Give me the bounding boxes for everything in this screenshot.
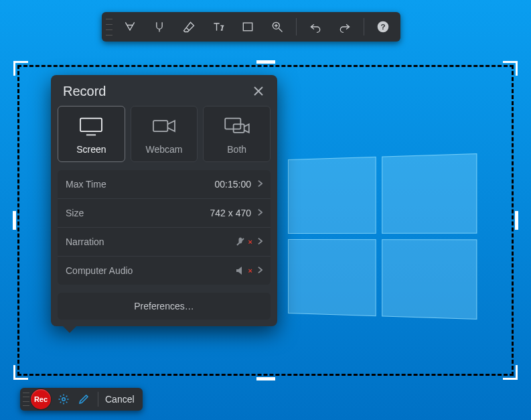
text-tool-icon[interactable] xyxy=(204,15,233,39)
svg-rect-8 xyxy=(233,124,244,132)
row-label: Max Time xyxy=(66,179,215,190)
svg-rect-4 xyxy=(80,119,102,132)
svg-rect-9 xyxy=(239,238,242,243)
chevron-right-icon xyxy=(258,207,262,219)
source-selector: Screen Webcam Both xyxy=(58,106,271,162)
disabled-indicator: × xyxy=(248,267,252,275)
undo-icon[interactable] xyxy=(301,15,330,39)
drag-grip[interactable] xyxy=(23,391,29,408)
chevron-right-icon xyxy=(258,178,262,190)
resize-handle-left[interactable] xyxy=(13,211,16,230)
disabled-indicator: × xyxy=(248,238,252,246)
speaker-icon xyxy=(235,265,246,276)
gear-icon[interactable] xyxy=(54,389,74,409)
resize-handle-tl[interactable] xyxy=(13,61,28,76)
pen-tool-icon[interactable] xyxy=(115,15,145,39)
separator xyxy=(296,18,297,36)
source-both-button[interactable]: Both xyxy=(203,106,271,162)
cancel-button[interactable]: Cancel xyxy=(102,391,141,407)
separator xyxy=(364,18,364,36)
row-value: 00:15:00 xyxy=(215,179,252,190)
help-icon[interactable]: ? xyxy=(368,15,398,39)
chevron-right-icon xyxy=(258,265,262,277)
record-button[interactable]: Rec xyxy=(31,389,51,409)
drag-grip[interactable] xyxy=(106,16,112,38)
record-control-bar: Rec Cancel xyxy=(20,388,143,411)
resize-handle-tr[interactable] xyxy=(503,61,518,76)
close-icon[interactable] xyxy=(250,83,267,99)
size-row[interactable]: Size 742 x 470 xyxy=(58,199,271,228)
separator xyxy=(98,392,98,407)
svg-text:?: ? xyxy=(380,22,385,31)
source-label: Both xyxy=(227,144,246,155)
settings-list: Max Time 00:15:00 Size 742 x 470 Narrati… xyxy=(58,170,271,285)
source-label: Webcam xyxy=(146,144,183,155)
source-label: Screen xyxy=(76,144,106,155)
source-webcam-button[interactable]: Webcam xyxy=(131,106,198,162)
microphone-icon xyxy=(235,236,246,247)
svg-rect-6 xyxy=(153,121,167,131)
computer-audio-row[interactable]: Computer Audio × xyxy=(58,257,271,285)
record-panel: Record Screen Webcam Both Max Time 00:15… xyxy=(51,75,277,326)
source-screen-button[interactable]: Screen xyxy=(58,106,125,162)
max-time-row[interactable]: Max Time 00:15:00 xyxy=(58,170,271,199)
resize-handle-right[interactable] xyxy=(515,211,518,230)
chevron-right-icon xyxy=(258,236,262,248)
highlighter-icon[interactable] xyxy=(145,15,174,39)
annotation-toolbar: ? xyxy=(102,12,400,42)
resize-handle-top[interactable] xyxy=(256,60,275,64)
row-label: Computer Audio xyxy=(66,265,235,276)
svg-point-10 xyxy=(62,398,66,401)
row-label: Narration xyxy=(66,236,235,247)
resize-handle-bottom[interactable] xyxy=(256,377,275,380)
narration-row[interactable]: Narration × xyxy=(58,228,271,257)
pencil-icon[interactable] xyxy=(74,389,94,409)
svg-rect-0 xyxy=(243,23,252,31)
redo-icon[interactable] xyxy=(330,15,360,39)
resize-handle-bl[interactable] xyxy=(13,365,28,380)
zoom-icon[interactable] xyxy=(262,15,292,39)
resize-handle-br[interactable] xyxy=(503,365,518,380)
cancel-label: Cancel xyxy=(105,394,135,405)
row-value: 742 x 470 xyxy=(210,208,252,218)
eraser-icon[interactable] xyxy=(174,15,204,39)
rectangle-tool-icon[interactable] xyxy=(233,15,262,39)
preferences-button[interactable]: Preferences… xyxy=(58,293,271,320)
row-label: Size xyxy=(66,208,210,218)
panel-title: Record xyxy=(63,84,106,99)
record-label: Rec xyxy=(34,395,48,403)
